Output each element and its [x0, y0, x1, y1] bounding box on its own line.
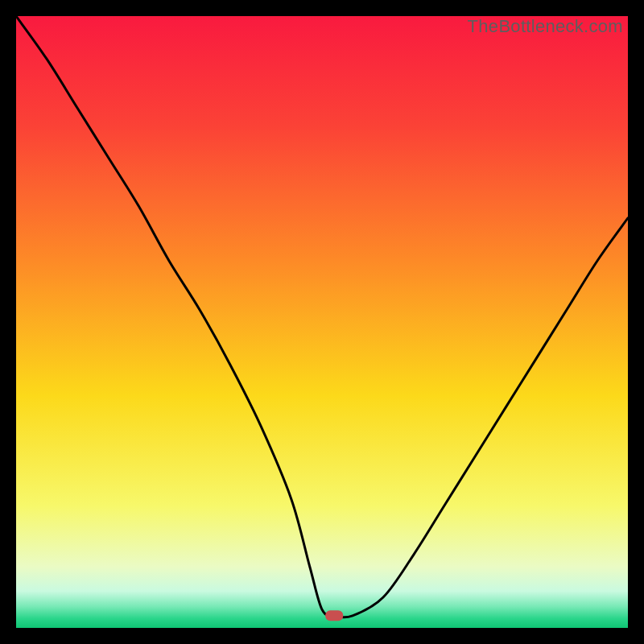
optimal-point-marker — [325, 610, 343, 621]
chart-frame: TheBottleneck.com — [16, 16, 628, 628]
bottleneck-chart — [16, 16, 628, 628]
watermark-text: TheBottleneck.com — [468, 16, 623, 37]
gradient-background — [16, 16, 628, 628]
